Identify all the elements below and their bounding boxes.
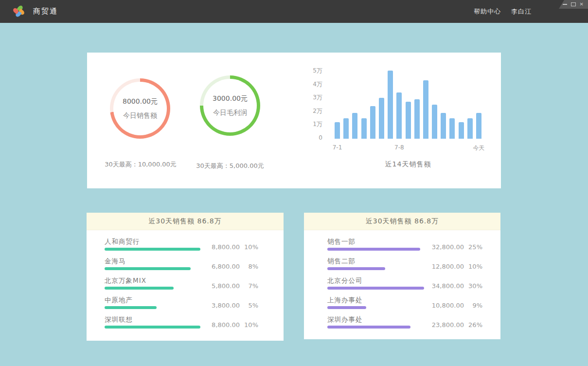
department-rank-list: 销售一部32,800.0025%销售二部12,800.0010%北京分公司34,…: [304, 230, 500, 334]
donut-center-text: 8000.00元 今日销售额: [110, 78, 170, 139]
department-rank-card: 近30天销售额 86.8万 销售一部32,800.0025%销售二部12,800…: [304, 213, 500, 339]
rank-row-bar: [327, 326, 410, 329]
rank-row: 北京分公司34,800.0030%: [304, 276, 500, 295]
bar-chart-plot-area: [335, 71, 481, 139]
rank-row-bar: [105, 326, 200, 329]
sales-day-bar[interactable]: [441, 113, 446, 139]
rank-row-amount: 8,800.00: [204, 321, 240, 329]
bar-chart-title: 近14天销售额: [335, 160, 481, 169]
y-axis-tick-label: 0: [303, 134, 322, 142]
rank-row: 人和商贸行8,800.0010%: [87, 237, 284, 256]
today-summary-card: 8000.00元 今日销售额 3000.00元 今日毛利润 30天最高：10,0…: [87, 53, 501, 188]
sales-day-bar[interactable]: [449, 118, 455, 139]
sales-day-bar[interactable]: [335, 122, 340, 139]
rank-row-bar: [327, 306, 366, 309]
rank-row-bar: [327, 248, 420, 251]
close-icon[interactable]: ✕: [580, 2, 584, 7]
sales-14d-bar-chart: 近14天销售额 5万4万3万2万1万07-17-8今天: [303, 67, 488, 174]
rank-row-percent: 5%: [240, 302, 258, 309]
department-rank-header: 近30天销售额 86.8万: [304, 213, 500, 230]
rank-row-name: 销售一部: [327, 238, 356, 246]
rank-row-percent: 10%: [464, 263, 482, 270]
today-profit-label: 今日毛利润: [213, 109, 247, 117]
help-center-link[interactable]: 帮助中心: [474, 7, 501, 16]
rank-row: 深圳联想8,800.0010%: [87, 315, 284, 334]
sales-day-bar[interactable]: [388, 71, 393, 139]
today-profit-value: 3000.00元: [213, 94, 248, 103]
rank-row-name: 销售二部: [327, 257, 356, 266]
x-axis-tick-label: 今天: [473, 144, 485, 152]
rank-row-amount: 23,800.00: [424, 321, 464, 329]
rank-row-percent: 10%: [240, 321, 258, 329]
customer-rank-list: 人和商贸行8,800.0010%金海马6,800.008%北京万象MIX5,80…: [87, 230, 284, 334]
rank-row-name: 上海办事处: [327, 296, 363, 305]
rank-row-values: 32,800.0025%: [424, 243, 482, 251]
rank-row-name: 北京分公司: [327, 276, 363, 285]
rank-row-percent: 25%: [464, 243, 482, 251]
today-sales-value: 8000.00元: [123, 97, 158, 106]
sales-day-bar[interactable]: [406, 102, 411, 139]
app-title: 商贸通: [33, 0, 58, 23]
rank-row-amount: 3,800.00: [204, 302, 240, 309]
rank-row-values: 8,800.0010%: [204, 243, 258, 251]
rank-row-name: 深圳联想: [105, 315, 133, 324]
rank-row: 销售一部32,800.0025%: [304, 237, 500, 256]
rank-row-percent: 10%: [240, 243, 258, 251]
rank-row: 销售二部12,800.0010%: [304, 256, 500, 276]
y-axis-tick-label: 5万: [303, 67, 322, 74]
sales-day-bar[interactable]: [476, 113, 481, 139]
sales-day-bar[interactable]: [379, 98, 384, 139]
rank-row-bar: [327, 267, 385, 270]
minimize-icon[interactable]: [563, 4, 567, 5]
donut-center-text: 3000.00元 今日毛利润: [200, 75, 260, 136]
sales-day-bar[interactable]: [343, 118, 349, 139]
rank-row-name: 人和商贸行: [105, 238, 140, 246]
rank-row-name: 中原地产: [105, 296, 133, 305]
x-axis-tick-label: 7-1: [333, 144, 342, 151]
today-sales-donut: 8000.00元 今日销售额: [110, 78, 170, 139]
rank-row-values: 12,800.0010%: [424, 263, 482, 270]
rank-row-bar: [105, 306, 157, 309]
sales-day-bar[interactable]: [423, 80, 428, 139]
rank-row: 金海马6,800.008%: [87, 256, 284, 276]
maximize-icon[interactable]: [571, 2, 576, 6]
sales-day-bar[interactable]: [352, 113, 357, 139]
customer-rank-header: 近30天销售额 86.8万: [87, 213, 284, 230]
y-axis-tick-label: 3万: [303, 93, 322, 101]
sales-day-bar[interactable]: [459, 122, 464, 139]
sales-day-bar[interactable]: [414, 99, 420, 139]
rank-row: 上海办事处10,800.009%: [304, 295, 500, 315]
titlebar-menu: 帮助中心 李白江: [474, 0, 532, 23]
rank-row-amount: 32,800.00: [424, 243, 464, 251]
sales-day-bar[interactable]: [467, 118, 473, 139]
rank-row-bar: [105, 248, 200, 251]
rank-row-bar: [105, 267, 191, 270]
titlebar: 商贸通 帮助中心 李白江 ✕: [0, 0, 588, 23]
user-menu[interactable]: 李白江: [511, 7, 532, 16]
y-axis-tick-label: 2万: [303, 107, 322, 115]
rank-row-percent: 8%: [240, 263, 258, 270]
app-logo-pinwheel-icon: [14, 6, 24, 17]
y-axis-tick-label: 4万: [303, 80, 322, 88]
rank-row-name: 金海马: [105, 257, 126, 266]
rank-row-bar: [105, 287, 174, 290]
rank-row-percent: 7%: [240, 282, 258, 290]
rank-row-values: 8,800.0010%: [204, 321, 258, 329]
rank-row-values: 34,800.0030%: [424, 282, 482, 290]
rank-row-values: 10,800.009%: [424, 302, 482, 309]
rank-row-values: 6,800.008%: [204, 263, 258, 270]
sales-day-bar[interactable]: [432, 105, 437, 139]
today-sales-label: 今日销售额: [123, 111, 157, 120]
rank-row-values: 3,800.005%: [204, 302, 258, 309]
y-axis-tick-label: 1万: [303, 120, 322, 128]
rank-row: 北京万象MIX5,800.007%: [87, 276, 284, 295]
rank-row-amount: 8,800.00: [204, 243, 240, 251]
profit-30d-max-note: 30天最高：5,000.00元: [177, 162, 284, 170]
sales-day-bar[interactable]: [361, 118, 367, 139]
sales-day-bar[interactable]: [396, 92, 402, 139]
rank-row-amount: 5,800.00: [204, 282, 240, 290]
rank-row: 中原地产3,800.005%: [87, 295, 284, 315]
sales-day-bar[interactable]: [370, 106, 375, 139]
rank-row-values: 5,800.007%: [204, 282, 258, 290]
rank-row-amount: 12,800.00: [424, 263, 464, 270]
